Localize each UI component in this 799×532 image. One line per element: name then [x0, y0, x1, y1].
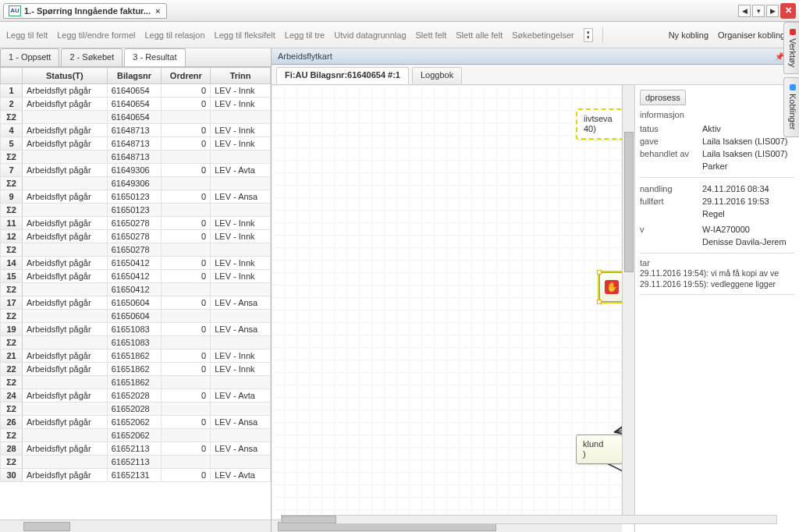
- tab-sokebet[interactable]: 2 - Søkebet: [61, 48, 123, 66]
- table-row[interactable]: Σ261649306: [1, 177, 271, 190]
- table-row[interactable]: 9Arbeidsflyt pågår616501230LEV - Ansa: [1, 190, 271, 204]
- cell-bilagsnr: 61648713: [107, 137, 162, 151]
- cell-status: Arbeidsflyt pågår: [23, 389, 108, 403]
- cell-bilagsnr: 61652131: [107, 469, 162, 482]
- cell-status: [23, 111, 108, 124]
- cell-trinn: LEV - Innk: [211, 84, 271, 98]
- table-row[interactable]: 7Arbeidsflyt pågår616493060LEV - Avta: [1, 164, 271, 177]
- tb-slett-alle-felt[interactable]: Slett alle felt: [456, 30, 502, 40]
- tab-oppsett[interactable]: 1 - Oppsett: [0, 48, 59, 66]
- cell-bilagsnr: 61650412: [107, 283, 162, 296]
- grid-header[interactable]: [1, 68, 23, 84]
- cell-bilagsnr: 61650278: [107, 243, 162, 257]
- cell-trinn: [211, 243, 271, 257]
- table-row[interactable]: Σ261650412: [1, 283, 271, 296]
- table-row[interactable]: Σ261652062: [1, 429, 271, 442]
- cell-bilagsnr: 61650123: [107, 190, 162, 204]
- cell-trinn: LEV - Ansa: [211, 190, 271, 204]
- grid-header[interactable]: Bilagsnr: [107, 68, 162, 84]
- table-row[interactable]: Σ261648713: [1, 151, 271, 164]
- grid-header[interactable]: Trinn: [211, 68, 271, 84]
- table-row[interactable]: 11Arbeidsflyt pågår616502780LEV - Innk: [1, 217, 271, 230]
- cell-status: [23, 456, 108, 469]
- cell-bilagsnr: 61650412: [107, 257, 162, 270]
- grid-header[interactable]: Status(T): [23, 68, 108, 84]
- table-row[interactable]: 15Arbeidsflyt pågår616504120LEV - Innk: [1, 270, 271, 283]
- cell-status: [23, 177, 108, 190]
- app-icon: AU: [9, 5, 21, 16]
- grid-header[interactable]: Ordrenr: [162, 68, 211, 84]
- sidetab-koblinger[interactable]: Koblinger: [783, 77, 799, 137]
- document-tab[interactable]: AU 1.- Spørring Inngående faktur... ×: [3, 3, 167, 19]
- cell-bilagsnr: 61652028: [107, 389, 162, 403]
- cell-ordrenr: 0: [162, 389, 211, 403]
- nav-next-button[interactable]: ▶: [766, 5, 779, 17]
- workflow-tabs: Fi:AU Bilagsnr:61640654 #:1 Loggbok: [272, 65, 799, 85]
- cell-status: [23, 376, 108, 389]
- cell-trinn: LEV - Innk: [211, 230, 271, 243]
- tb-legg-til-tre[interactable]: Legg til tre: [285, 30, 325, 40]
- table-row[interactable]: Σ261640654: [1, 111, 271, 124]
- cell-ordrenr: [162, 310, 211, 323]
- table-row[interactable]: 14Arbeidsflyt pågår616504120LEV - Innk: [1, 257, 271, 270]
- table-row[interactable]: Σ261650278: [1, 243, 271, 257]
- tb-organiser-koblinger[interactable]: Organiser koblinger: [718, 30, 793, 40]
- tab-resultat[interactable]: 3 - Resultat: [124, 48, 185, 66]
- table-row[interactable]: 30Arbeidsflyt pågår616521310LEV - Avta: [1, 469, 271, 482]
- wf-tab-instance[interactable]: Fi:AU Bilagsnr:61640654 #:1: [276, 67, 409, 84]
- left-tabs: 1 - Oppsett 2 - Søkebet 3 - Resultat: [0, 48, 271, 67]
- table-row[interactable]: 17Arbeidsflyt pågår616506040LEV - Ansa: [1, 296, 271, 310]
- workflow-canvas[interactable]: iivtseva 40) ✓Håvard Olav Hansen (HHA17 …: [272, 85, 635, 532]
- process-button[interactable]: dprosess: [640, 90, 686, 105]
- table-row[interactable]: 12Arbeidsflyt pågår616502780LEV - Innk: [1, 230, 271, 243]
- table-row[interactable]: Σ261651862: [1, 376, 271, 389]
- tab-close-icon[interactable]: ×: [154, 6, 162, 16]
- tb-legg-til-formel[interactable]: Legg til/endre formel: [57, 30, 135, 40]
- tb-sokebetingelser[interactable]: Søkebetingelser: [512, 30, 574, 40]
- table-row[interactable]: 21Arbeidsflyt pågår616518620LEV - Innk: [1, 349, 271, 363]
- cell-ordrenr: 0: [162, 363, 211, 376]
- table-row[interactable]: 24Arbeidsflyt pågår616520280LEV - Avta: [1, 389, 271, 403]
- tb-slett-felt[interactable]: Slett felt: [416, 30, 447, 40]
- table-row[interactable]: 28Arbeidsflyt pågår616521130LEV - Ansa: [1, 442, 271, 456]
- table-row[interactable]: 22Arbeidsflyt pågår616518620LEV - Innk: [1, 363, 271, 376]
- row-number: 4: [1, 124, 23, 137]
- window-close-button[interactable]: ✕: [780, 3, 796, 19]
- sidetab-verktoy[interactable]: Verktøy: [783, 22, 799, 74]
- node-klund[interactable]: klund ): [576, 434, 623, 464]
- tb-legg-til-felt[interactable]: Legg til felt: [6, 30, 48, 40]
- nav-list-button[interactable]: ▾: [752, 5, 765, 17]
- row-number: 7: [1, 164, 23, 177]
- nav-prev-button[interactable]: ◀: [738, 5, 751, 17]
- grid-h-scrollbar[interactable]: [0, 520, 271, 532]
- result-grid[interactable]: Status(T)BilagsnrOrdrenrTrinn1Arbeidsfly…: [0, 67, 271, 520]
- cell-status: Arbeidsflyt pågår: [23, 84, 108, 98]
- cell-bilagsnr: 61651862: [107, 363, 162, 376]
- table-row[interactable]: 4Arbeidsflyt pågår616487130LEV - Innk: [1, 124, 271, 137]
- tb-legg-til-fleksifelt[interactable]: Legg til fleksifelt: [215, 30, 275, 40]
- cell-status: Arbeidsflyt pågår: [23, 442, 108, 456]
- canvas-v-scrollbar[interactable]: [622, 85, 634, 520]
- toolbar-overflow-button[interactable]: ▾▾: [584, 28, 593, 42]
- tb-legg-til-relasjon[interactable]: Legg til relasjon: [144, 30, 204, 40]
- tb-ny-kobling[interactable]: Ny kobling: [669, 30, 708, 40]
- table-row[interactable]: Σ261652113: [1, 456, 271, 469]
- row-number: 2: [1, 98, 23, 111]
- table-row[interactable]: 1Arbeidsflyt pågår616406540LEV - Innk: [1, 84, 271, 98]
- tb-utvid-datagrunnlag[interactable]: Utvid datagrunnlag: [334, 30, 406, 40]
- table-row[interactable]: Σ261651083: [1, 336, 271, 349]
- cell-bilagsnr: 61649306: [107, 164, 162, 177]
- cell-bilagsnr: 61650278: [107, 230, 162, 243]
- cell-ordrenr: [162, 403, 211, 416]
- info-h-scrollbar[interactable]: [281, 515, 777, 526]
- table-row[interactable]: Σ261650123: [1, 204, 271, 217]
- row-number: 21: [1, 349, 23, 363]
- cell-trinn: [211, 403, 271, 416]
- table-row[interactable]: 5Arbeidsflyt pågår616487130LEV - Innk: [1, 137, 271, 151]
- table-row[interactable]: Σ261650604: [1, 310, 271, 323]
- table-row[interactable]: 2Arbeidsflyt pågår616406540LEV - Innk: [1, 98, 271, 111]
- table-row[interactable]: 26Arbeidsflyt pågår616520620LEV - Ansa: [1, 416, 271, 429]
- table-row[interactable]: Σ261652028: [1, 403, 271, 416]
- table-row[interactable]: 19Arbeidsflyt pågår616510830LEV - Ansa: [1, 323, 271, 336]
- wf-tab-loggbok[interactable]: Loggbok: [412, 67, 462, 84]
